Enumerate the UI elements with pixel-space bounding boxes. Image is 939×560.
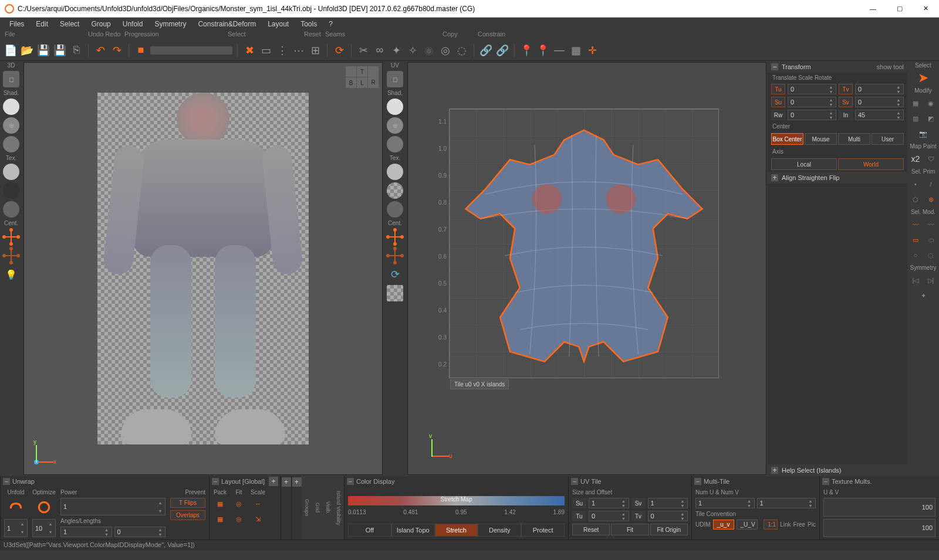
uv-center1-icon[interactable] — [387, 229, 403, 245]
cancel-icon[interactable]: ✖ — [242, 43, 256, 57]
uv-shade1-icon[interactable] — [387, 99, 403, 115]
sym-prev-icon[interactable]: |◁ — [908, 273, 923, 287]
help-header[interactable]: + Help Select (Islands) — [768, 464, 907, 476]
prim-island-icon[interactable]: ⊛ — [924, 192, 938, 206]
input-tv[interactable]: 0▲▼ — [855, 84, 904, 94]
seg-topo[interactable]: Island Topo — [391, 524, 435, 537]
frame-icon[interactable]: ◻ — [3, 71, 19, 87]
side-groups[interactable]: Groups — [302, 476, 312, 539]
cube-t[interactable]: T — [357, 66, 367, 77]
btn-fitorigin[interactable]: Fit Origin — [650, 524, 688, 535]
fit2-icon[interactable]: ◎ — [232, 512, 246, 526]
input-tu[interactable]: 0▲▼ — [788, 84, 836, 94]
light-icon[interactable]: 💡 — [3, 266, 19, 283]
expand-icon[interactable]: + — [771, 174, 778, 181]
con3-icon[interactable]: — — [552, 43, 566, 57]
seam1-icon[interactable]: ✂ — [356, 43, 370, 57]
seam2-icon[interactable]: ∞ — [373, 43, 387, 57]
selmod-rect-icon[interactable]: ▭ — [908, 233, 923, 247]
free-label[interactable]: Free — [793, 521, 806, 528]
uv-shade2-icon[interactable]: ⊕ — [387, 117, 403, 134]
selmod-circle-icon[interactable]: ○ — [908, 248, 923, 262]
uvtile-collapse-icon[interactable]: − — [571, 478, 578, 485]
uv-tex3-icon[interactable] — [387, 201, 403, 218]
color-collapse-icon[interactable]: − — [347, 478, 354, 485]
con4-icon[interactable]: ▦ — [569, 43, 583, 57]
select1-icon[interactable]: ▭ — [259, 43, 273, 57]
center-cross2-icon[interactable] — [3, 247, 19, 264]
mod1-icon[interactable]: ▦ — [908, 96, 923, 110]
seg-density[interactable]: Density — [478, 524, 521, 537]
prim-face-icon[interactable]: ⬠ — [908, 192, 923, 206]
x2-icon[interactable]: x2 — [908, 152, 923, 166]
seam4-icon[interactable]: ✧ — [406, 43, 420, 57]
tex1-icon[interactable] — [3, 164, 19, 180]
menu-constrain[interactable]: Constrain&Deform — [192, 18, 262, 30]
reset-icon[interactable]: ⟳ — [332, 43, 346, 57]
side-island[interactable]: Island Visibility — [333, 476, 344, 539]
btn-boxcenter[interactable]: Box Center — [771, 133, 803, 145]
select4-icon[interactable]: ⊞ — [308, 43, 322, 57]
multitile-collapse-icon[interactable]: − — [694, 478, 701, 485]
cube-r[interactable]: R — [368, 77, 379, 87]
close-button[interactable]: ✕ — [913, 0, 939, 18]
btn-overlaps[interactable]: Overlaps — [170, 510, 205, 520]
opt-num[interactable]: 10▲▼ — [32, 519, 56, 537]
copy1-icon[interactable]: 🔗 — [479, 43, 493, 57]
optimize-icon[interactable] — [35, 498, 53, 517]
uv-center2-icon[interactable] — [387, 247, 403, 264]
center-cross-icon[interactable] — [3, 229, 19, 245]
angles-num2[interactable]: 0▲▼ — [114, 527, 166, 537]
menu-unfold[interactable]: Unfold — [117, 18, 149, 30]
link-label[interactable]: Link — [780, 521, 791, 528]
redo-icon[interactable]: ↷ — [110, 43, 124, 57]
btn-uv-upper[interactable]: _U_V — [737, 520, 758, 530]
minimize-button[interactable]: — — [860, 0, 886, 18]
mod5-icon[interactable]: 📷 — [916, 127, 930, 141]
mod2-icon[interactable]: ◉ — [924, 96, 938, 110]
selmod-dot-icon[interactable]: ◌ — [924, 248, 938, 262]
fit1-icon[interactable]: ◎ — [232, 497, 246, 511]
menu-edit[interactable]: Edit — [30, 18, 54, 30]
btn-uv-lower[interactable]: _u_v — [713, 520, 734, 530]
pic-label[interactable]: Pic — [808, 521, 816, 528]
tile-info[interactable]: Tile u0 v0 X islands — [450, 379, 509, 389]
con2-icon[interactable]: 📍 — [536, 43, 550, 57]
seg-protect[interactable]: Protect — [521, 524, 565, 537]
progress-slider[interactable] — [150, 46, 232, 55]
sym-add-icon[interactable]: ✦ — [916, 289, 930, 303]
btn-user[interactable]: User — [872, 133, 904, 145]
uvtile-tu[interactable]: 0▲▼ — [589, 511, 629, 521]
sym-next-icon[interactable]: ▷| — [924, 273, 938, 287]
multitile-u[interactable]: 1▲▼ — [695, 498, 755, 508]
menu-layout[interactable]: Layout — [262, 18, 295, 30]
side-plus1[interactable]: + — [282, 477, 291, 487]
uv-tex2-icon[interactable] — [387, 182, 403, 199]
btn-reset[interactable]: Reset — [572, 524, 610, 535]
shade-flat-icon[interactable] — [3, 136, 19, 152]
undo-icon[interactable]: ↶ — [93, 43, 107, 57]
copy2-icon[interactable]: 🔗 — [495, 43, 509, 57]
layout-plus1[interactable]: + — [269, 477, 278, 486]
uvtile-sv[interactable]: 1▲▼ — [648, 498, 688, 508]
viewport-3d[interactable]: T B L F R xy — [23, 62, 383, 475]
file-new-icon[interactable]: 📄 — [4, 43, 18, 57]
input-rw[interactable]: 0▲▼ — [788, 110, 836, 120]
side-grid[interactable]: Grid — [312, 476, 323, 539]
layout-collapse-icon[interactable]: − — [212, 478, 219, 485]
input-sv[interactable]: 0▲▼ — [855, 97, 904, 107]
seam5-icon[interactable]: ◉ — [422, 43, 436, 57]
show-tool-link[interactable]: show tool — [877, 63, 904, 70]
power-num[interactable]: 1▲▼ — [60, 498, 165, 515]
angles-num[interactable]: 1▲▼ — [60, 527, 112, 537]
btn-mouse[interactable]: Mouse — [805, 133, 837, 145]
file-export-icon[interactable]: ⎘ — [69, 43, 83, 57]
select2-icon[interactable]: ⋮ — [275, 43, 289, 57]
seg-off[interactable]: Off — [348, 524, 391, 537]
menu-symmetry[interactable]: Symmetry — [148, 18, 192, 30]
menu-help[interactable]: ? — [323, 18, 339, 30]
mod4-icon[interactable]: ◩ — [924, 111, 938, 125]
multitile-v[interactable]: 1▲▼ — [757, 498, 816, 508]
collapse-icon[interactable]: − — [771, 63, 778, 70]
menu-files[interactable]: Files — [4, 18, 30, 30]
